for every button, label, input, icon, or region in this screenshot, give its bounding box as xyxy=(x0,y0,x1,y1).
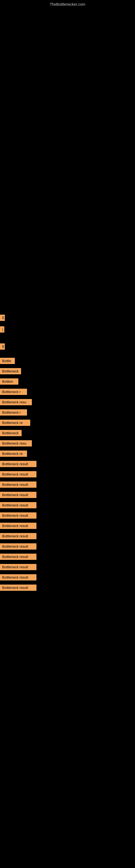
bottleneck-item-23: Bottleneck result xyxy=(0,554,37,560)
bottleneck-item-18: Bottleneck result xyxy=(0,502,37,508)
bottleneck-item-1: E xyxy=(0,315,5,321)
bottleneck-item-26: Bottleneck result xyxy=(0,585,37,591)
bottleneck-item-11: Bottleneck xyxy=(0,430,21,436)
bottleneck-item-24: Bottleneck result xyxy=(0,564,37,570)
bottleneck-item-14: Bottleneck result xyxy=(0,461,37,467)
bottleneck-item-5: Bottleneck xyxy=(0,368,21,374)
bottleneck-item-13: Bottleneck re xyxy=(0,451,27,457)
bottleneck-item-3: E xyxy=(0,343,5,350)
bottleneck-item-15: Bottleneck result xyxy=(0,471,37,477)
bottleneck-item-8: Bottleneck resu xyxy=(0,399,32,405)
bottleneck-item-12: Bottleneck resu xyxy=(0,440,32,446)
bottleneck-item-2: | xyxy=(0,326,4,333)
bottleneck-item-20: Bottleneck result xyxy=(0,523,37,529)
bottleneck-item-10: Bottleneck re xyxy=(0,420,30,426)
bottleneck-item-6: Bottlen xyxy=(0,378,18,384)
bottleneck-item-4: Bottle xyxy=(0,358,15,364)
bottleneck-item-21: Bottleneck result xyxy=(0,533,37,539)
bottleneck-item-25: Bottleneck result xyxy=(0,574,37,581)
bottleneck-item-7: Bottleneck r xyxy=(0,389,27,395)
bottleneck-item-19: Bottleneck result xyxy=(0,513,37,519)
bottleneck-item-9: Bottleneck r xyxy=(0,409,27,415)
bottleneck-items-container: E|EBottleBottleneckBottlenBottleneck rBo… xyxy=(0,299,135,591)
bottleneck-item-17: Bottleneck result xyxy=(0,492,37,498)
bottleneck-item-22: Bottleneck result xyxy=(0,543,37,550)
bottleneck-item-16: Bottleneck result xyxy=(0,482,37,488)
site-title: TheBottlenecker.com xyxy=(50,2,85,6)
